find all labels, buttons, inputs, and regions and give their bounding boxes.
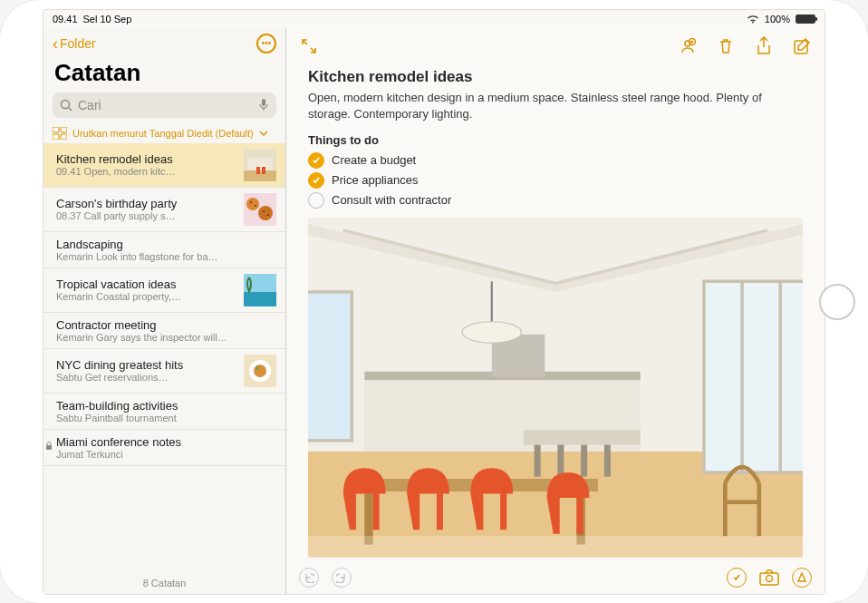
note-row-meta: Kemarin Gary says the inspector will… <box>56 332 276 343</box>
ipad-device-frame: 09.41 Sel 10 Sep 100% ‹ Folder ••• <box>0 0 868 603</box>
sort-label: Urutkan menurut Tanggal Diedit (Default) <box>72 128 254 139</box>
screen: 09.41 Sel 10 Sep 100% ‹ Folder ••• <box>43 9 825 595</box>
detail-content[interactable]: Kitchen remodel ideas Open, modern kitch… <box>286 64 825 561</box>
note-row-title: Team-building activities <box>56 399 276 413</box>
collaborate-button[interactable] <box>678 36 698 56</box>
svg-rect-2 <box>262 99 265 106</box>
mic-icon[interactable] <box>258 98 269 112</box>
svg-rect-36 <box>308 292 352 441</box>
note-row-thumbnail <box>244 355 276 387</box>
svg-rect-43 <box>524 430 641 444</box>
svg-point-55 <box>767 575 773 581</box>
note-row-title: Tropical vacation ideas <box>56 277 236 291</box>
checkbox-unchecked-icon[interactable] <box>308 192 324 209</box>
note-row-title: Contractor meeting <box>56 318 276 332</box>
redo-button[interactable] <box>332 568 352 588</box>
checkbox-checked-icon[interactable] <box>308 152 324 169</box>
svg-point-49 <box>462 322 522 343</box>
status-date: Sel 10 Sep <box>83 14 132 24</box>
note-row-title: Landscaping <box>56 238 276 251</box>
note-row[interactable]: Team-building activitiesSabtu Paintball … <box>43 394 285 430</box>
ellipsis-icon: ••• <box>262 38 272 48</box>
svg-rect-10 <box>256 167 260 174</box>
note-row-meta: Jumat Terkunci <box>56 449 276 460</box>
checkbox-checked-icon[interactable] <box>308 172 324 189</box>
sidebar-title: Catatan <box>43 55 285 92</box>
checklist-button[interactable] <box>727 568 747 588</box>
checklist: Create a budgetPrice appliancesConsult w… <box>308 151 803 210</box>
trash-button[interactable] <box>716 36 736 56</box>
note-row[interactable]: LandscapingKemarin Look into flagstone f… <box>43 232 285 268</box>
app-body: ‹ Folder ••• Catatan Cari Urutkan menuru… <box>43 28 825 594</box>
note-row-title: Miami conference notes <box>56 435 276 449</box>
note-body: Open, modern kitchen design in a medium … <box>308 90 803 122</box>
svg-point-14 <box>258 206 273 220</box>
home-button[interactable] <box>819 284 855 320</box>
svg-rect-4 <box>61 127 67 132</box>
svg-rect-45 <box>557 444 564 476</box>
svg-point-16 <box>255 205 256 207</box>
note-row-meta: 09.41 Open, modern kitc… <box>56 166 236 177</box>
note-row-meta: Sabtu Paintball tournament <box>56 413 276 423</box>
svg-rect-3 <box>53 127 59 132</box>
checklist-item[interactable]: Price appliances <box>308 170 803 190</box>
svg-rect-20 <box>244 292 276 306</box>
status-bar: 09.41 Sel 10 Sep 100% <box>43 10 825 28</box>
note-list: Kitchen remodel ideas09.41 Open, modern … <box>43 143 285 569</box>
svg-point-23 <box>254 365 266 377</box>
svg-point-18 <box>267 214 269 216</box>
markup-button[interactable] <box>792 568 812 588</box>
svg-line-1 <box>69 108 72 111</box>
svg-rect-47 <box>604 444 611 476</box>
checklist-item[interactable]: Create a budget <box>308 151 803 170</box>
compose-button[interactable] <box>792 36 812 56</box>
lock-icon <box>45 442 53 452</box>
checklist-item[interactable]: Consult with contractor <box>308 190 803 210</box>
note-title: Kitchen remodel ideas <box>308 68 803 86</box>
note-row[interactable]: Contractor meetingKemarin Gary says the … <box>43 313 285 349</box>
wifi-icon <box>747 15 759 24</box>
note-row-meta: Kemarin Coastal property,… <box>56 291 236 302</box>
note-row-thumbnail <box>244 193 276 226</box>
note-detail: Kitchen remodel ideas Open, modern kitch… <box>286 28 825 594</box>
chevron-left-icon: ‹ <box>53 35 58 52</box>
search-icon <box>60 99 72 112</box>
note-row[interactable]: Miami conference notesJumat Terkunci <box>43 430 285 466</box>
undo-button[interactable] <box>299 568 319 588</box>
note-row-thumbnail <box>244 274 276 306</box>
search-placeholder: Cari <box>78 98 101 112</box>
svg-rect-37 <box>704 281 803 472</box>
svg-point-24 <box>256 366 259 370</box>
note-row[interactable]: Tropical vacation ideasKemarin Coastal p… <box>43 268 285 313</box>
svg-rect-25 <box>46 445 52 450</box>
checklist-item-label: Create a budget <box>332 153 416 167</box>
back-folder-button[interactable]: ‹ Folder <box>53 35 96 52</box>
share-button[interactable] <box>754 36 774 56</box>
search-input[interactable]: Cari <box>53 92 276 118</box>
camera-button[interactable] <box>759 568 779 588</box>
status-time: 09.41 <box>53 14 78 24</box>
svg-point-15 <box>250 201 252 203</box>
note-row-title: Kitchen remodel ideas <box>56 152 236 166</box>
svg-point-13 <box>246 198 259 210</box>
svg-rect-53 <box>308 536 803 557</box>
expand-arrows-icon[interactable] <box>299 36 319 56</box>
battery-icon <box>796 15 815 24</box>
detail-bottom-toolbar <box>286 561 825 594</box>
sort-button[interactable]: Urutkan menurut Tanggal Diedit (Default) <box>43 123 285 143</box>
note-row-meta: 08.37 Call party supply s… <box>56 210 236 221</box>
more-options-button[interactable]: ••• <box>256 34 276 53</box>
svg-point-17 <box>263 210 265 212</box>
note-row[interactable]: NYC dining greatest hitsSabtu Get reserv… <box>43 349 285 394</box>
chevron-down-icon <box>259 131 268 136</box>
note-row-meta: Sabtu Get reservations… <box>56 372 236 383</box>
note-row[interactable]: Kitchen remodel ideas09.41 Open, modern … <box>43 143 285 188</box>
attached-image[interactable] <box>308 218 803 558</box>
note-row[interactable]: Carson's birthday party08.37 Call party … <box>43 188 285 232</box>
note-row-title: NYC dining greatest hits <box>56 358 236 372</box>
checklist-item-label: Price appliances <box>332 173 418 187</box>
checklist-item-label: Consult with contractor <box>332 193 451 207</box>
note-row-thumbnail <box>244 149 276 181</box>
svg-rect-6 <box>61 134 67 140</box>
note-row-title: Carson's birthday party <box>56 197 236 210</box>
